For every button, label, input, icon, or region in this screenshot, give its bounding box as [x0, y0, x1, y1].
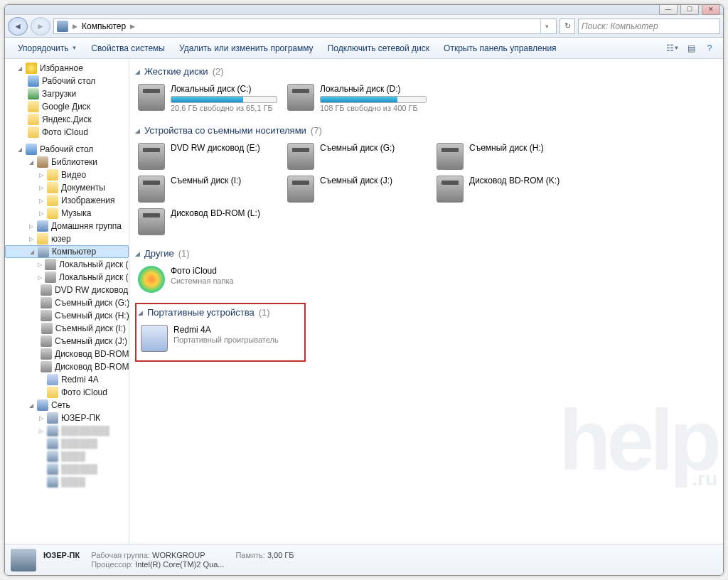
section-other-header[interactable]: ◢Другие (1): [135, 244, 717, 260]
drive-d[interactable]: Локальный диск (D:) 108 ГБ свободно из 4…: [284, 81, 434, 115]
tree-lib-documents[interactable]: ▷Документы: [5, 181, 129, 194]
removable-drive[interactable]: Съемный диск (G:): [284, 140, 434, 173]
tree-drive-c[interactable]: ▷Локальный диск (C:): [5, 258, 129, 271]
collapse-icon: ◢: [138, 309, 143, 316]
usage-fill: [321, 97, 397, 102]
tree-fav-desktop[interactable]: Рабочий стол: [5, 75, 129, 87]
tree-libraries[interactable]: ◢Библиотеки: [5, 156, 129, 168]
usage-bar: [171, 96, 277, 103]
removable-drive-icon: [138, 143, 165, 170]
section-hdd-header[interactable]: ◢Жесткие диски (2): [135, 62, 717, 78]
nav-forward-button[interactable]: ►: [31, 17, 50, 36]
expand-icon[interactable]: ▷: [38, 172, 44, 178]
tree-homegroup[interactable]: ▷Домашняя группа: [5, 220, 129, 232]
view-options-button[interactable]: ☷ ▼: [665, 41, 680, 56]
titlebar: — ☐ ✕: [5, 5, 723, 15]
navigation-tree[interactable]: ◢Избранное Рабочий стол Загрузки Google …: [5, 59, 129, 544]
tree-fav-downloads[interactable]: Загрузки: [5, 87, 129, 100]
removable-drive[interactable]: Дисковод BD-ROM (L:): [135, 205, 284, 238]
map-network-drive-button[interactable]: Подключить сетевой диск: [321, 38, 437, 58]
maximize-button[interactable]: ☐: [680, 4, 699, 15]
tree-blurred-item: ████: [5, 450, 129, 463]
help-button[interactable]: ?: [702, 41, 717, 56]
drive-icon: [45, 259, 56, 270]
expand-icon[interactable]: ▷: [38, 210, 44, 217]
section-removable-header[interactable]: ◢Устройства со съемными носителями (7): [135, 121, 717, 137]
removable-drive[interactable]: Дисковод BD-ROM (K:): [434, 173, 583, 205]
search-input[interactable]: Поиск: Компьютер: [578, 18, 720, 34]
expand-icon[interactable]: ▷: [38, 415, 44, 421]
system-properties-button[interactable]: Свойства системы: [84, 38, 172, 58]
chevron-right-icon: ▶: [71, 23, 79, 30]
tree-desktop[interactable]: ◢Рабочий стол: [5, 143, 129, 156]
libraries-icon: [37, 156, 48, 168]
expand-icon[interactable]: ▷: [38, 198, 44, 204]
tree-drive-k[interactable]: Дисковод BD-ROM (K:): [5, 348, 129, 360]
tree-user[interactable]: ▷юзер: [5, 232, 129, 245]
other-icloud-photos[interactable]: Фото iCloudСистемная папка: [135, 263, 284, 296]
tree-lib-video[interactable]: ▷Видео: [5, 168, 129, 181]
search-placeholder: Поиск: Компьютер: [582, 21, 658, 31]
tree-favorites[interactable]: ◢Избранное: [5, 62, 129, 75]
close-button[interactable]: ✕: [702, 4, 720, 15]
explorer-window: — ☐ ✕ ◄ ► ▶ Компьютер ▶ ▾ ↻ Поиск: Компь…: [4, 4, 724, 576]
address-dropdown[interactable]: ▾: [540, 18, 553, 34]
expand-icon[interactable]: ▷: [38, 185, 44, 191]
tree-drive-e[interactable]: DVD RW дисковод (E:): [5, 284, 129, 296]
collapse-icon[interactable]: ◢: [16, 65, 23, 72]
chevron-right-icon[interactable]: ▶: [129, 23, 136, 30]
collapse-icon[interactable]: ◢: [28, 249, 35, 255]
collapse-icon[interactable]: ◢: [28, 159, 34, 166]
hdd-icon: [138, 84, 165, 111]
tree-drive-g[interactable]: Съемный диск (G:): [5, 296, 129, 309]
expand-icon[interactable]: ▷: [28, 223, 34, 230]
tree-computer[interactable]: ◢Компьютер: [5, 245, 129, 258]
uninstall-program-button[interactable]: Удалить или изменить программу: [172, 38, 321, 58]
bd-icon: [41, 348, 52, 360]
removable-drive[interactable]: Съемный диск (I:): [135, 173, 284, 205]
tree-drive-l[interactable]: Дисковод BD-ROM (L:): [5, 360, 129, 373]
tree-network-pc[interactable]: ▷ЮЗЕР-ПК: [5, 412, 129, 424]
tree-lib-pictures[interactable]: ▷Изображения: [5, 194, 129, 207]
expand-icon[interactable]: ▷: [38, 262, 42, 268]
desktop-icon: [26, 144, 37, 155]
tree-drive-h[interactable]: Съемный диск (H:): [5, 309, 129, 322]
removable-drive[interactable]: DVD RW дисковод (E:): [135, 140, 284, 173]
removable-drive[interactable]: Съемный диск (H:): [434, 140, 583, 173]
collapse-icon[interactable]: ◢: [28, 402, 34, 409]
music-icon: [47, 208, 58, 219]
refresh-button[interactable]: ↻: [560, 18, 575, 34]
expand-icon[interactable]: ▷: [28, 236, 34, 242]
tree-fav-gdrive[interactable]: Google Диск: [5, 100, 129, 113]
portable-device-redmi[interactable]: Redmi 4AПортативный проигрыватель: [138, 322, 287, 355]
tree-network[interactable]: ◢Сеть: [5, 399, 129, 412]
expand-icon[interactable]: ▷: [38, 274, 42, 281]
open-control-panel-button[interactable]: Открыть панель управления: [437, 38, 564, 58]
section-portable-header[interactable]: ◢Портативные устройства (1): [138, 306, 303, 319]
collapse-icon[interactable]: ◢: [16, 146, 23, 153]
tree-drive-i[interactable]: Съемный диск (I:): [5, 322, 129, 335]
tree-redmi[interactable]: Redmi 4A: [5, 373, 129, 386]
tree-blurred-item: ██████: [5, 463, 129, 476]
tree-drive-j[interactable]: Съемный диск (J:): [5, 335, 129, 348]
tree-lib-music[interactable]: ▷Музыка: [5, 207, 129, 220]
tree-fav-icloud[interactable]: Фото iCloud: [5, 126, 129, 139]
minimize-button[interactable]: —: [659, 4, 678, 15]
address-bar[interactable]: ▶ Компьютер ▶ ▾: [53, 18, 557, 34]
removable-drive[interactable]: Съемный диск (J:): [284, 173, 434, 205]
drive-c[interactable]: Локальный диск (C:) 20,6 ГБ свободно из …: [135, 81, 284, 115]
tree-fav-yadisk[interactable]: Яндекс.Диск: [5, 113, 129, 126]
content-pane[interactable]: help.ru ◢Жесткие диски (2) Локальный дис…: [129, 59, 723, 544]
tree-drive-d[interactable]: ▷Локальный диск (D:): [5, 271, 129, 284]
homegroup-icon: [37, 220, 48, 232]
tree-icloud-photos[interactable]: Фото iCloud: [5, 386, 129, 399]
google-drive-icon: [28, 101, 39, 112]
address-segment[interactable]: Компьютер: [82, 21, 126, 31]
preview-pane-button[interactable]: ▤: [683, 41, 699, 56]
organize-menu[interactable]: Упорядочить▼: [11, 38, 84, 58]
nav-back-button[interactable]: ◄: [8, 17, 28, 36]
download-icon: [28, 88, 39, 100]
removable-drive-icon: [287, 143, 314, 170]
usage-bar: [320, 96, 427, 103]
chevron-down-icon: ▼: [674, 45, 680, 51]
